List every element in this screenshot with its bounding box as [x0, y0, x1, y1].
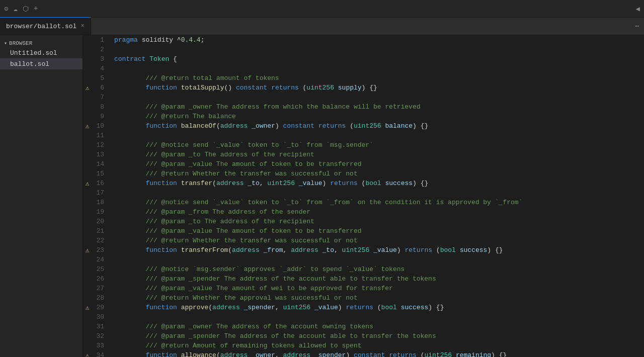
code-content: /// @param _owner The address from which…	[110, 102, 644, 112]
line-number: 14	[92, 159, 110, 169]
add-icon[interactable]: +	[34, 5, 38, 13]
sidebar-header-browser[interactable]: ▾ browser	[0, 39, 83, 47]
cloud-icon[interactable]: ☁	[13, 5, 17, 13]
table-row: 17	[83, 188, 644, 198]
table-row: 1 pragma solidity ^0.4.4;	[83, 35, 644, 45]
code-content	[110, 188, 644, 198]
line-number: 23	[92, 245, 110, 255]
line-number: 21	[92, 226, 110, 236]
warning-gutter	[83, 207, 92, 217]
table-row: 15 /// @return Whether the transfer was …	[83, 169, 644, 178]
line-number: 7	[92, 93, 110, 102]
warning-gutter	[83, 236, 92, 245]
line-number: 25	[92, 264, 110, 274]
warning-gutter	[83, 140, 92, 150]
warning-gutter	[83, 255, 92, 264]
topbar: ⊙ ☁ ⬡ + ◀	[0, 0, 644, 18]
table-row: 7	[83, 93, 644, 102]
code-content: /// @param _spender The address of the a…	[110, 274, 644, 284]
sidebar-file-label: ballot.sol	[10, 60, 49, 68]
code-content: contract Token {	[110, 54, 644, 64]
code-content: /// @return Whether the transfer was suc…	[110, 236, 644, 245]
sidebar-arrow-icon: ▾	[4, 40, 7, 46]
code-content	[110, 312, 644, 322]
warning-gutter	[83, 102, 92, 112]
line-number: 34	[92, 350, 110, 357]
sidebar-item-untitled[interactable]: Untitled.sol	[0, 47, 83, 58]
code-content: /// @return Amount of remaining tokens a…	[110, 341, 644, 350]
sidebar-item-ballot[interactable]: ballot.sol	[0, 58, 83, 69]
warning-gutter: ⚠	[83, 245, 92, 255]
line-number: 18	[92, 198, 110, 207]
home-icon[interactable]: ⊙	[4, 5, 8, 13]
line-number: 12	[92, 140, 110, 150]
warning-gutter	[83, 169, 92, 178]
warning-gutter	[83, 112, 92, 121]
warning-gutter	[83, 226, 92, 236]
code-content: /// @notice `msg.sender` approves `_addr…	[110, 264, 644, 274]
warning-gutter: ⚠	[83, 178, 92, 188]
collapse-icon[interactable]: ◀	[636, 5, 640, 13]
table-row: 14 /// @param _value The amount of token…	[83, 159, 644, 169]
tab-expand-button[interactable]: ⋯	[630, 17, 644, 35]
line-number: 30	[92, 312, 110, 322]
table-row: 25 /// @notice `msg.sender` approves `_a…	[83, 264, 644, 274]
tabbar: browser/ballot.sol × ⋯	[0, 18, 644, 35]
active-tab[interactable]: browser/ballot.sol ×	[0, 17, 91, 35]
table-row: ⚠ 16 function transfer(address _to, uint…	[83, 178, 644, 188]
plugin-icon[interactable]: ⬡	[23, 5, 29, 13]
code-content	[110, 131, 644, 140]
line-number: 24	[92, 255, 110, 264]
warning-gutter	[83, 159, 92, 169]
code-content: pragma solidity ^0.4.4;	[110, 35, 644, 45]
table-row: ⚠ 34 function allowance(address _owner, …	[83, 350, 644, 357]
code-content: function totalSupply() constant returns …	[110, 83, 644, 93]
warning-gutter	[83, 150, 92, 159]
warning-gutter	[83, 188, 92, 198]
code-content: /// @notice send `_value` token to `_to`…	[110, 140, 644, 150]
code-editor[interactable]: 1 pragma solidity ^0.4.4; 2 3 contract T…	[83, 35, 644, 357]
sidebar-file-label: Untitled.sol	[10, 49, 57, 57]
warning-gutter	[83, 284, 92, 293]
warning-gutter	[83, 331, 92, 341]
table-row: 3 contract Token {	[83, 54, 644, 64]
line-number: 13	[92, 150, 110, 159]
line-number: 20	[92, 217, 110, 226]
table-row: 12 /// @notice send `_value` token to `_…	[83, 140, 644, 150]
code-content: /// @notice send `_value` token to `_to`…	[110, 198, 644, 207]
table-row: 30	[83, 312, 644, 322]
table-row: 19 /// @param _from The address of the s…	[83, 207, 644, 217]
code-content	[110, 45, 644, 54]
sidebar-section-browser: ▾ browser Untitled.sol ballot.sol	[0, 37, 83, 71]
code-content: /// @return Whether the approval was suc…	[110, 293, 644, 303]
warning-gutter	[83, 93, 92, 102]
tab-close-button[interactable]: ×	[80, 23, 84, 30]
code-content: function approve(address _spender, uint2…	[110, 303, 644, 312]
line-number: 1	[92, 35, 110, 45]
line-number: 9	[92, 112, 110, 121]
line-number: 31	[92, 322, 110, 331]
warning-gutter	[83, 293, 92, 303]
warning-gutter	[83, 73, 92, 83]
table-row: ⚠ 23 function transferFrom(address _from…	[83, 245, 644, 255]
code-content	[110, 255, 644, 264]
code-content: /// @return total amount of tokens	[110, 73, 644, 83]
sidebar: ▾ browser Untitled.sol ballot.sol	[0, 35, 83, 357]
warning-gutter	[83, 264, 92, 274]
table-row: 9 /// @return The balance	[83, 112, 644, 121]
line-number: 22	[92, 236, 110, 245]
line-number: 19	[92, 207, 110, 217]
line-number: 4	[92, 64, 110, 73]
code-content: /// @param _to The address of the recipi…	[110, 150, 644, 159]
warning-gutter	[83, 131, 92, 140]
warning-gutter	[83, 35, 92, 45]
table-row: 21 /// @param _value The amount of token…	[83, 226, 644, 236]
line-number: 33	[92, 341, 110, 350]
line-number: 28	[92, 293, 110, 303]
table-row: 27 /// @param _value The amount of wei t…	[83, 284, 644, 293]
line-number: 5	[92, 73, 110, 83]
warning-gutter	[83, 217, 92, 226]
line-number: 26	[92, 274, 110, 284]
table-row: 13 /// @param _to The address of the rec…	[83, 150, 644, 159]
code-content	[110, 64, 644, 73]
